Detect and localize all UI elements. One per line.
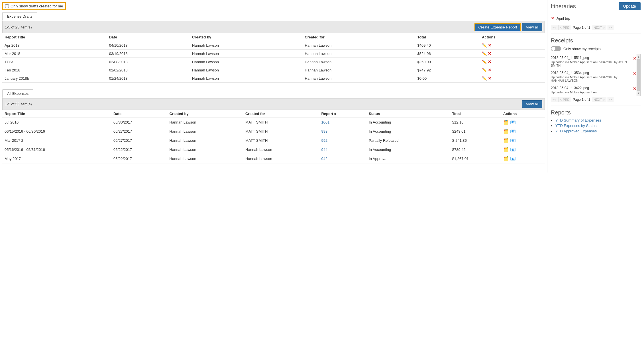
exp-status: Partially Released	[366, 136, 450, 145]
create-expense-report-button[interactable]: Create Expense Report	[474, 23, 521, 31]
only-show-drafts-checkbox[interactable]	[5, 4, 9, 8]
report-link[interactable]: YTD Summary of Expenses	[555, 118, 601, 122]
stamp-icon[interactable]: 🗂️	[503, 138, 509, 143]
exp-actions: 🗂️ 📧	[501, 136, 545, 145]
only-show-drafts-filter[interactable]: Only show drafts created for me	[2, 2, 66, 10]
draft-actions: ✏️ ✕	[480, 58, 545, 66]
report-link[interactable]: YTD Approved Expenses	[555, 129, 597, 133]
draft-date: 01/24/2018	[107, 74, 190, 83]
draft-created-by: Hannah Lawson	[190, 41, 302, 50]
only-show-drafts-label: Only show drafts created for me	[11, 4, 63, 8]
divider-1	[551, 34, 641, 34]
receipt-sub: Uploaded via Mobile App sent on 05/04/20…	[551, 60, 631, 67]
draft-date: 02/02/2018	[107, 66, 190, 74]
col-ae-created-for: Created for	[243, 110, 319, 118]
exp-actions: 🗂️ 📧	[501, 145, 545, 154]
receipts-next-page[interactable]: NEXT >	[592, 97, 606, 102]
stamp-icon[interactable]: 🗂️	[503, 156, 509, 161]
edit-icon[interactable]: ✏️	[482, 68, 487, 72]
exp-report-num[interactable]: 1001	[319, 118, 367, 127]
exp-status: In Accounting	[366, 127, 450, 136]
email-icon[interactable]: 📧	[510, 129, 516, 134]
itineraries-next-page[interactable]: NEXT >	[592, 25, 606, 30]
scroll-down-arrow[interactable]: ▼	[637, 91, 640, 95]
exp-created-by: Hannah Lawson	[167, 118, 243, 127]
itineraries-last-page[interactable]: >>	[607, 25, 614, 30]
receipt-delete-icon[interactable]: ✕	[633, 71, 637, 76]
exp-report-num[interactable]: 992	[319, 136, 367, 145]
col-ae-created-by: Created by	[167, 110, 243, 118]
stamp-icon[interactable]: 🗂️	[503, 129, 509, 134]
draft-actions: ✏️ ✕	[480, 50, 545, 58]
receipts-prev-page[interactable]: < PRE	[559, 97, 571, 102]
exp-created-by: Hannah Lawson	[167, 145, 243, 154]
table-row: Mar 2018 03/19/2018 Hannah Lawson Hannah…	[2, 50, 545, 58]
exp-date: 06/27/2017	[111, 127, 167, 136]
itinerary-label: April trip	[557, 16, 570, 20]
draft-total: $747.92	[415, 66, 480, 74]
col-ae-report-title: Report Title	[2, 110, 111, 118]
expense-drafts-view-all-button[interactable]: View all	[522, 23, 542, 31]
delete-icon[interactable]: ✕	[488, 43, 491, 48]
edit-icon[interactable]: ✏️	[482, 43, 487, 48]
draft-date: 03/19/2018	[107, 50, 190, 58]
receipt-sub: Uploaded via Mobile App sent on 05/04/20…	[551, 75, 631, 82]
receipts-first-page[interactable]: <<	[551, 97, 558, 102]
exp-created-by: Hannah Lawson	[167, 154, 243, 163]
itineraries-prev-page[interactable]: < PRE	[559, 25, 571, 30]
itinerary-delete-icon[interactable]: ✕	[551, 16, 554, 20]
scroll-up-arrow[interactable]: ▲	[637, 55, 640, 59]
itineraries-page-info: Page 1 of 1	[573, 26, 590, 30]
exp-status: In Accounting	[366, 145, 450, 154]
update-button[interactable]: Update	[619, 2, 641, 10]
receipts-toggle[interactable]	[551, 46, 561, 51]
stamp-icon[interactable]: 🗂️	[503, 120, 509, 125]
delete-icon[interactable]: ✕	[488, 51, 491, 56]
all-expenses-table: Report Title Date Created by Created for…	[2, 110, 545, 163]
edit-icon[interactable]: ✏️	[482, 76, 487, 81]
exp-report-num[interactable]: 993	[319, 127, 367, 136]
report-link[interactable]: YTD Expenses by Status	[555, 124, 597, 128]
expense-drafts-table: Report Title Date Created by Created for…	[2, 33, 545, 83]
exp-title: Jul 2016	[2, 118, 111, 127]
edit-icon[interactable]: ✏️	[482, 51, 487, 56]
exp-report-num[interactable]: 942	[319, 154, 367, 163]
scroll-thumb[interactable]	[637, 59, 640, 91]
table-row: 06/15/2016 - 06/30/2016 06/27/2017 Hanna…	[2, 127, 545, 136]
exp-title: 05/16/2016 - 05/31/2016	[2, 145, 111, 154]
email-icon[interactable]: 📧	[510, 138, 516, 143]
exp-created-for: Hannah Lawson	[243, 154, 319, 163]
draft-title: Apr 2018	[2, 41, 107, 50]
receipt-delete-icon[interactable]: ✕	[633, 56, 637, 61]
receipt-delete-icon[interactable]: ✕	[633, 86, 637, 91]
draft-created-by: Hannah Lawson	[190, 66, 302, 74]
receipts-last-page[interactable]: >>	[607, 97, 614, 102]
expense-drafts-tab[interactable]: Expense Drafts	[2, 12, 37, 21]
exp-created-for: MATT SMITH	[243, 127, 319, 136]
receipt-info: 2018-05-04_113534.jpeg Uploaded via Mobi…	[551, 71, 631, 82]
col-date: Date	[107, 33, 190, 41]
email-icon[interactable]: 📧	[510, 147, 516, 152]
edit-icon[interactable]: ✏️	[482, 59, 487, 64]
exp-actions: 🗂️ 📧	[501, 127, 545, 136]
email-icon[interactable]: 📧	[510, 120, 516, 125]
delete-icon[interactable]: ✕	[488, 68, 491, 72]
stamp-icon[interactable]: 🗂️	[503, 147, 509, 152]
draft-total: $260.00	[415, 58, 480, 66]
draft-created-for: Hannah Lawson	[302, 58, 415, 66]
exp-report-num[interactable]: 944	[319, 145, 367, 154]
exp-created-for: MATT SMITH	[243, 136, 319, 145]
draft-date: 02/08/2018	[107, 58, 190, 66]
expense-drafts-count: 1-5 of 23 item(s)	[5, 25, 32, 29]
itineraries-first-page[interactable]: <<	[551, 25, 558, 30]
email-icon[interactable]: 📧	[510, 156, 516, 161]
table-row: Apr 2018 04/10/2018 Hannah Lawson Hannah…	[2, 41, 545, 50]
all-expenses-tab[interactable]: All Expenses	[2, 89, 33, 98]
delete-icon[interactable]: ✕	[488, 59, 491, 64]
table-row: 05/16/2016 - 05/31/2016 05/22/2017 Hanna…	[2, 145, 545, 154]
delete-icon[interactable]: ✕	[488, 76, 491, 81]
exp-date: 06/27/2017	[111, 136, 167, 145]
draft-created-by: Hannah Lawson	[190, 74, 302, 83]
all-expenses-view-all-button[interactable]: View all	[522, 100, 542, 108]
receipts-scrollbar[interactable]: ▲ ▼	[637, 54, 641, 96]
